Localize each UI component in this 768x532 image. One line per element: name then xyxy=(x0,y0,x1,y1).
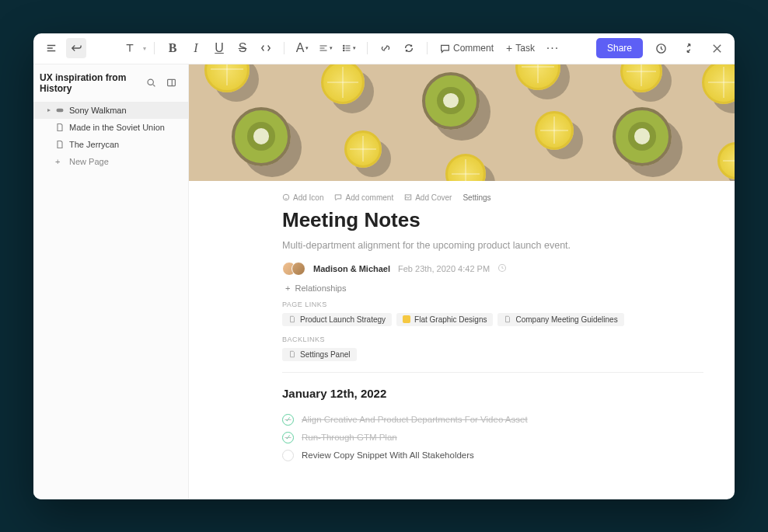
svg-point-0 xyxy=(344,45,345,47)
panel-toggle-icon[interactable] xyxy=(163,75,179,91)
authors-name: Madison & Michael xyxy=(313,264,390,273)
sidebar-item-label: The Jerrycan xyxy=(69,140,119,149)
task-row[interactable]: ✓ Align Creative And Product Departments… xyxy=(282,411,703,429)
svg-rect-6 xyxy=(57,108,64,112)
page-links: Product Launch Strategy Flat Graphic Des… xyxy=(282,313,703,326)
avatars xyxy=(282,262,305,276)
more-button[interactable]: ··· xyxy=(543,38,563,58)
code-button[interactable] xyxy=(256,38,276,58)
main-content: Add Icon Add comment Add Cover Settings … xyxy=(189,64,735,499)
date-heading[interactable]: January 12th, 2022 xyxy=(282,387,703,400)
sidebar: UX inspiration from History ▸ Sony Walkm… xyxy=(33,64,189,499)
sidebar-item-jerrycan[interactable]: The Jerrycan xyxy=(33,136,188,153)
page-link-chip[interactable]: Company Meeting Guidelines xyxy=(497,313,623,326)
sidebar-item-label: Sony Walkman xyxy=(69,106,127,115)
menu-icon[interactable] xyxy=(41,38,61,58)
italic-button[interactable]: I xyxy=(186,38,206,58)
sidebar-item-label: Made in the Soviet Union xyxy=(69,123,165,132)
refresh-button[interactable] xyxy=(399,38,419,58)
backlink-chip[interactable]: Settings Panel xyxy=(282,348,357,361)
toolbar: ▾ B I U S A▾ ▾ ▾ xyxy=(33,33,735,64)
add-cover-action[interactable]: Add Cover xyxy=(404,193,452,202)
add-icon-action[interactable]: Add Icon xyxy=(282,193,323,202)
doc-icon xyxy=(288,315,296,323)
text-color-dropdown[interactable]: A▾ xyxy=(292,38,312,58)
back-button[interactable] xyxy=(66,38,86,58)
doc-title[interactable]: Meeting Notes xyxy=(282,208,703,232)
checkbox-empty-icon[interactable] xyxy=(282,450,294,461)
backlinks: Settings Panel xyxy=(282,348,703,361)
share-button[interactable]: Share xyxy=(596,38,643,58)
doc-subtitle[interactable]: Multi-department alignment for the upcom… xyxy=(282,240,703,251)
doc-icon xyxy=(55,140,65,149)
settings-action[interactable]: Settings xyxy=(463,193,490,202)
task-row[interactable]: ✓ Run-Through GTM Plan xyxy=(282,429,703,447)
strikethrough-button[interactable]: S xyxy=(232,38,253,58)
sidebar-item-sony-walkman[interactable]: ▸ Sony Walkman xyxy=(33,102,188,119)
align-dropdown[interactable]: ▾ xyxy=(316,38,336,58)
backlinks-label: BACKLINKS xyxy=(282,336,703,343)
relationships-row[interactable]: + Relationships xyxy=(282,283,703,293)
sidebar-list: ▸ Sony Walkman Made in the Soviet Union … xyxy=(33,102,188,499)
checkbox-checked-icon[interactable]: ✓ xyxy=(282,432,294,443)
app-window: ▾ B I U S A▾ ▾ ▾ xyxy=(33,33,735,499)
page-link-chip[interactable]: Flat Graphic Designs xyxy=(396,313,493,326)
gamepad-icon xyxy=(55,106,65,115)
task-button[interactable]: + Task xyxy=(501,40,539,57)
color-chip-icon xyxy=(403,315,410,323)
add-comment-action[interactable]: Add comment xyxy=(334,193,393,202)
comment-button[interactable]: Comment xyxy=(435,40,498,57)
sidebar-item-label: New Page xyxy=(69,157,109,166)
page-link-chip[interactable]: Product Launch Strategy xyxy=(282,313,392,326)
svg-point-4 xyxy=(148,79,153,85)
plus-icon: + xyxy=(285,283,290,293)
link-button[interactable] xyxy=(375,38,396,58)
task-row[interactable]: Review Copy Snippet With All Stakeholder… xyxy=(282,447,703,464)
checkbox-checked-icon[interactable]: ✓ xyxy=(282,414,294,426)
sidebar-header: UX inspiration from History xyxy=(33,64,188,102)
caret-icon: ▸ xyxy=(47,106,51,113)
bold-button[interactable]: B xyxy=(162,38,183,58)
search-icon[interactable] xyxy=(143,75,159,91)
doc-icon xyxy=(55,123,65,132)
doc-icon xyxy=(288,350,296,358)
collapse-icon[interactable] xyxy=(679,38,699,58)
svg-point-1 xyxy=(344,47,345,49)
text-style-dropdown[interactable] xyxy=(120,38,140,58)
cover-image xyxy=(189,64,735,181)
sidebar-title: UX inspiration from History xyxy=(40,72,138,94)
underline-button[interactable]: U xyxy=(209,38,229,58)
svg-point-2 xyxy=(344,50,345,51)
svg-rect-5 xyxy=(167,79,175,85)
page-links-label: PAGE LINKS xyxy=(282,301,703,308)
divider xyxy=(282,372,703,373)
close-button[interactable] xyxy=(707,38,727,58)
sidebar-new-page[interactable]: + New Page xyxy=(33,153,188,170)
sidebar-item-soviet[interactable]: Made in the Soviet Union xyxy=(33,119,188,136)
history-icon[interactable] xyxy=(651,38,671,58)
doc-icon xyxy=(504,315,511,323)
list-dropdown[interactable]: ▾ xyxy=(339,38,359,58)
avatar xyxy=(291,262,305,276)
plus-icon: + xyxy=(55,157,65,166)
clock-icon xyxy=(497,262,507,276)
svg-point-7 xyxy=(283,194,289,200)
authors-row: Madison & Michael Feb 23th, 2020 4:42 PM xyxy=(282,262,703,276)
doc-actions: Add Icon Add comment Add Cover Settings xyxy=(282,193,703,202)
doc-date: Feb 23th, 2020 4:42 PM xyxy=(398,264,490,273)
